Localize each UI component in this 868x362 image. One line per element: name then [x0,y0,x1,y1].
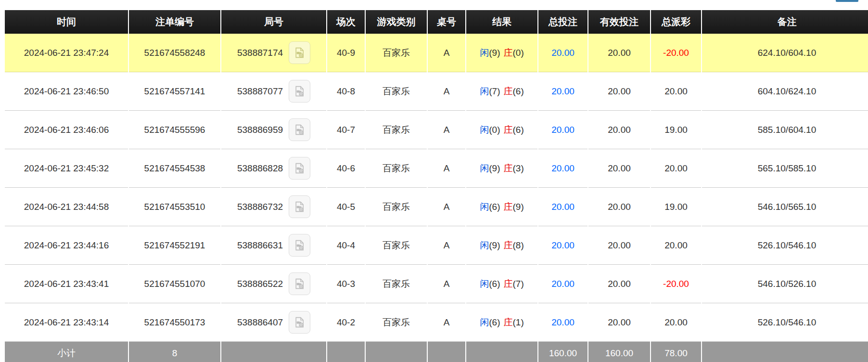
cell-remark: 624.10/604.10 [702,34,868,72]
cell-table-no: A [428,111,465,149]
cell-total-bet-link[interactable]: 20.00 [538,149,587,188]
cell-game-type: 百家乐 [366,149,427,188]
table-row: 2024-06-21 23:44:16 521674552191 5388866… [5,226,868,265]
cell-round-no: 538887174 [221,34,326,72]
cell-session: 40-3 [327,265,365,303]
cell-remark: 565.10/585.10 [702,149,868,188]
cell-table-no: A [428,226,465,265]
video-record-icon [293,46,306,59]
video-replay-button[interactable] [289,272,310,295]
cell-game-type: 百家乐 [366,34,427,72]
col-header-valid-bet: 有效投注 [588,10,650,34]
player-score: (9) [489,48,500,58]
cell-round-no: 538886522 [221,265,326,303]
cell-valid-bet: 20.00 [588,149,650,188]
cell-time: 2024-06-21 23:46:50 [5,72,128,111]
banker-result-label: 庄 [504,48,513,58]
player-result-label: 闲 [480,48,489,58]
cell-result: 闲(6)庄(7) [466,265,537,303]
player-result-label: 闲 [480,125,489,135]
subtotal-row: 小计 8 160.00 160.00 78.00 [5,342,868,362]
player-result-label: 闲 [480,279,489,289]
cell-round-no: 538886631 [221,226,326,265]
cell-session: 40-9 [327,34,365,72]
cell-session: 40-4 [327,226,365,265]
cell-time: 2024-06-21 23:46:06 [5,111,128,149]
header-row: 时间 注单编号 局号 场次 游戏类别 桌号 结果 总投注 有效投注 总派彩 备注 [5,10,868,34]
col-header-result: 结果 [466,10,537,34]
cell-game-type: 百家乐 [366,188,427,226]
cell-table-no: A [428,34,465,72]
video-record-icon [293,200,306,213]
cell-result: 闲(9)庄(8) [466,226,537,265]
table-row: 2024-06-21 23:46:50 521674557141 5388870… [5,72,868,111]
cell-total-bet-link[interactable]: 20.00 [538,226,587,265]
col-header-session: 场次 [327,10,365,34]
video-record-icon [293,162,306,175]
cell-time: 2024-06-21 23:44:16 [5,226,128,265]
video-replay-button[interactable] [289,80,310,103]
banker-result-label: 庄 [504,86,513,96]
cell-session: 40-8 [327,72,365,111]
cell-result: 闲(0)庄(6) [466,111,537,149]
col-header-time: 时间 [5,10,128,34]
cell-total-bet-link[interactable]: 20.00 [538,265,587,303]
cell-time: 2024-06-21 23:45:32 [5,149,128,188]
table-row: 2024-06-21 23:43:41 521674551070 5388865… [5,265,868,303]
cell-order-no: 521674552191 [129,226,220,265]
cell-remark: 604.10/624.10 [702,72,868,111]
cell-total-bet-link[interactable]: 20.00 [538,303,587,342]
cell-table-no: A [428,188,465,226]
cell-session: 40-5 [327,188,365,226]
video-replay-button[interactable] [289,311,310,334]
cell-result: 闲(6)庄(1) [466,303,537,342]
cell-total-bet-link[interactable]: 20.00 [538,34,587,72]
cell-order-no: 521674551070 [129,265,220,303]
cell-order-no: 521674553510 [129,188,220,226]
banker-score: (8) [513,240,524,250]
cell-total-bet-link[interactable]: 20.00 [538,111,587,149]
cell-round-no: 538886959 [221,111,326,149]
player-result-label: 闲 [480,202,489,212]
col-header-total-payout: 总派彩 [651,10,701,34]
cell-remark: 546.10/565.10 [702,188,868,226]
cell-total-payout: 20.00 [651,72,701,111]
cell-result: 闲(9)庄(3) [466,149,537,188]
banker-score: (9) [513,202,524,212]
banker-score: (6) [513,86,524,96]
banker-score: (0) [513,48,524,58]
cell-round-no: 538886407 [221,303,326,342]
banker-result-label: 庄 [504,202,513,212]
cell-total-bet-link[interactable]: 20.00 [538,72,587,111]
table-row: 2024-06-21 23:46:06 521674555596 5388869… [5,111,868,149]
video-replay-button[interactable] [289,157,310,180]
cell-total-payout: 20.00 [651,149,701,188]
player-score: (6) [489,317,500,327]
cell-game-type: 百家乐 [366,111,427,149]
cell-game-type: 百家乐 [366,72,427,111]
cell-total-bet-link[interactable]: 20.00 [538,188,587,226]
cell-valid-bet: 20.00 [588,111,650,149]
col-header-round-no: 局号 [221,10,326,34]
subtotal-total-bet: 160.00 [538,342,587,362]
col-header-order-no: 注单编号 [129,10,220,34]
player-score: (0) [489,125,500,135]
col-header-table-no: 桌号 [428,10,465,34]
video-replay-button[interactable] [289,41,310,64]
cell-table-no: A [428,265,465,303]
cell-order-no: 521674557141 [129,72,220,111]
cell-total-payout: -20.00 [651,265,701,303]
video-replay-button[interactable] [289,195,310,218]
player-result-label: 闲 [480,86,489,96]
player-result-label: 闲 [480,163,489,173]
video-replay-button[interactable] [289,234,310,257]
partial-button-top-right[interactable] [836,0,858,2]
cell-valid-bet: 20.00 [588,265,650,303]
round-no-text: 538886407 [237,317,283,328]
video-replay-button[interactable] [289,118,310,141]
cell-result: 闲(6)庄(9) [466,188,537,226]
cell-remark: 526.10/546.10 [702,226,868,265]
subtotal-total-payout: 78.00 [651,342,701,362]
cell-remark: 546.10/526.10 [702,265,868,303]
table-row: 2024-06-21 23:44:58 521674553510 5388867… [5,188,868,226]
